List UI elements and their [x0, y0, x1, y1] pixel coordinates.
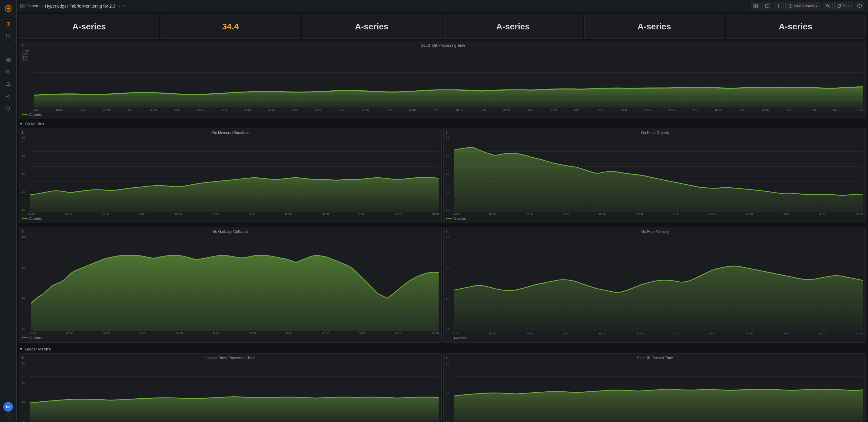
couchdb-svg	[34, 49, 863, 108]
info-icon-memory[interactable]: ℹ	[22, 131, 23, 135]
svg-rect-3	[6, 58, 8, 60]
go-memory-svg	[30, 136, 439, 212]
info-icon-free[interactable]: ℹ	[446, 229, 447, 233]
stat-value-5: A-series	[638, 22, 671, 31]
go-gc-chart-panel: ℹ Go Garbage Collection 100959085	[19, 227, 441, 343]
stat-panel-1: A-series	[19, 15, 159, 39]
info-icon-ledger[interactable]: ℹ	[22, 356, 23, 360]
go-memory-legend: A-series	[22, 217, 439, 220]
go-heap-svg	[454, 136, 863, 212]
go-free-legend: A-series	[446, 336, 863, 340]
info-icon[interactable]: ℹ	[22, 44, 23, 47]
stat-panel-5: A-series	[584, 15, 724, 39]
go-heap-x-axis: 04:3005:0005:3006:0006:3007:0007:3008:00…	[446, 213, 863, 216]
go-memory-y-axis: 8580757065	[22, 136, 28, 212]
stat-value-6: A-series	[779, 22, 812, 31]
statedb-commit-title: StateDB Commit Time	[446, 356, 863, 360]
statedb-commit-chart-area: 807060	[446, 361, 863, 422]
svg-rect-28	[858, 4, 861, 7]
grid-icon[interactable]: ⊞	[2, 18, 14, 29]
go-heap-title: Go Heap Objects	[446, 131, 863, 135]
svg-rect-6	[8, 60, 10, 62]
stat-panels-row: A-series 34.4 A-series A-series A-series…	[19, 15, 866, 39]
plus-icon[interactable]: +	[2, 43, 14, 53]
settings-button[interactable]	[774, 2, 783, 10]
breadcrumb: General / Hyperledger Fabric Monitoring …	[20, 4, 748, 8]
shield-icon[interactable]	[2, 103, 14, 114]
user-avatar[interactable]: Bo	[3, 402, 13, 412]
ledger-block-chart-area: 90858075	[22, 361, 439, 422]
stat-value-4: A-series	[496, 22, 530, 31]
sidebar: ⊞ +	[0, 0, 17, 422]
topbar: General / Hyperledger Fabric Monitoring …	[17, 0, 868, 12]
info-icon-gc[interactable]: ℹ	[22, 229, 23, 233]
info-icon-statedb[interactable]: ℹ	[446, 356, 447, 360]
gear-icon[interactable]	[2, 91, 14, 102]
go-charts-row-1: ℹ Go Memory Allocations 8580757065	[19, 128, 866, 225]
go-free-title: Go Free Memory	[446, 229, 863, 234]
go-memory-title: Go Memory Allocations	[22, 131, 439, 135]
star-icon[interactable]: ☆	[117, 4, 121, 8]
svg-point-21	[778, 5, 779, 7]
stat-value-3: A-series	[355, 22, 389, 31]
go-charts-row-2: ℹ Go Garbage Collection 100959085	[19, 227, 866, 344]
time-range-button[interactable]: Last 6 hours	[785, 2, 821, 10]
breadcrumb-home[interactable]: General	[26, 4, 40, 8]
page-title: Hyperledger Fabric Monitoring for 2.3	[45, 4, 115, 8]
statedb-commit-chart-panel: ℹ StateDB Commit Time 807060	[443, 353, 866, 422]
svg-line-2	[9, 37, 10, 38]
dashboard-content: A-series 34.4 A-series A-series A-series…	[17, 12, 868, 422]
help-icon[interactable]: ?	[5, 413, 11, 420]
svg-line-24	[790, 6, 792, 7]
stat-value-2: 34.4	[222, 22, 239, 31]
svg-rect-18	[765, 4, 769, 7]
collapse-icon: ▼	[19, 121, 23, 126]
ledger-metrics-section-header[interactable]: ▼ Ledger Metrics	[19, 347, 866, 351]
share-icon[interactable]: ⊕	[123, 4, 126, 8]
svg-point-1	[6, 34, 9, 37]
statedb-commit-y-axis: 807060	[446, 361, 453, 422]
go-metrics-section-header[interactable]: ▼ Go Metrics	[19, 121, 866, 126]
svg-rect-17	[756, 6, 757, 8]
ledger-charts-row: ℹ Ledger Block Processing Time 90858075	[19, 353, 866, 422]
couchdb-chart-panel: ℹ Couch DB Processing Time 1 min50 s40 s…	[19, 40, 866, 119]
go-memory-chart-panel: ℹ Go Memory Allocations 8580757065	[19, 128, 441, 223]
ledger-block-title: Ledger Block Processing Time	[22, 356, 439, 360]
svg-point-8	[8, 72, 9, 73]
stat-panel-2: 34.4	[160, 15, 301, 39]
svg-rect-4	[8, 58, 10, 60]
ledger-metrics-label: Ledger Metrics	[25, 347, 51, 351]
info-icon-heap[interactable]: ℹ	[446, 131, 447, 135]
go-gc-title: Go Garbage Collection	[22, 229, 439, 234]
svg-rect-11	[23, 4, 24, 6]
svg-rect-14	[754, 4, 755, 6]
go-heap-chart-area: 5045403530	[446, 136, 863, 212]
tv-mode-button[interactable]	[762, 2, 772, 10]
zoom-out-button[interactable]	[823, 2, 833, 10]
go-free-svg	[454, 235, 863, 331]
svg-rect-13	[23, 6, 24, 8]
search-icon[interactable]	[2, 30, 14, 41]
monitor-button[interactable]	[855, 2, 864, 10]
ledger-block-chart-panel: ℹ Ledger Block Processing Time 90858075	[19, 353, 441, 422]
bell-icon[interactable]	[2, 79, 14, 90]
dashboard-icon[interactable]	[2, 55, 14, 65]
stat-panel-4: A-series	[443, 15, 583, 39]
couchdb-x-axis: 04:3004:4004:5005:0005:1005:2005:3005:40…	[22, 109, 863, 112]
go-heap-legend: A-series	[446, 217, 863, 220]
add-panel-button[interactable]	[751, 2, 761, 10]
breadcrumb-separator: /	[42, 4, 43, 8]
go-free-chart-area: 60555045	[446, 235, 863, 331]
refresh-button[interactable]: 5s	[834, 2, 853, 10]
go-gc-x-axis: 04:3005:0005:3006:0006:3007:0007:3008:00…	[22, 332, 439, 335]
ledger-collapse-icon: ▼	[19, 347, 23, 351]
go-free-x-axis: 04:3005:0005:3006:0006:3007:0007:3008:00…	[446, 332, 863, 335]
stat-panel-6: A-series	[726, 15, 866, 39]
svg-rect-5	[6, 60, 8, 62]
compass-icon[interactable]	[2, 67, 14, 78]
go-gc-legend: A-series	[22, 336, 439, 340]
app-logo[interactable]	[2, 2, 14, 15]
svg-rect-15	[756, 4, 757, 6]
go-free-y-axis: 60555045	[446, 235, 453, 331]
go-heap-chart-panel: ℹ Go Heap Objects 5045403530	[443, 128, 866, 223]
